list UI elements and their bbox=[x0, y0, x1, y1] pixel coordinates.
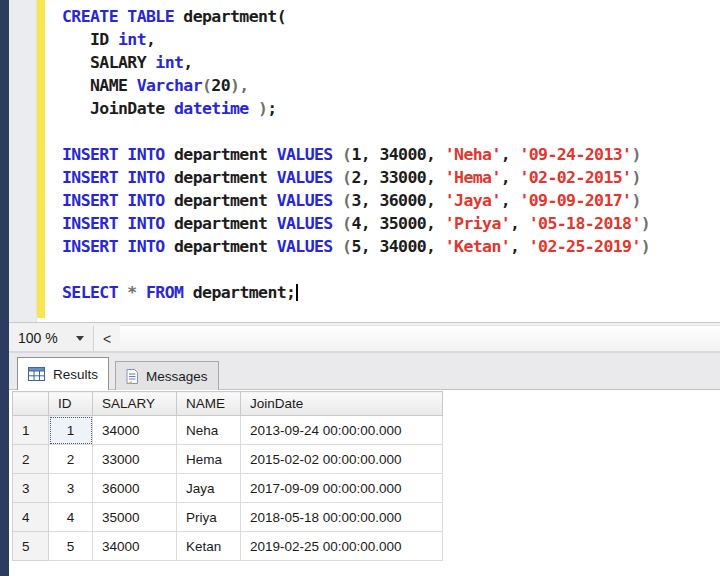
results-grid: ID SALARY NAME JoinDate 1134000Neha2013-… bbox=[12, 391, 443, 561]
hscroll-track[interactable] bbox=[120, 325, 720, 352]
grid-row: 3336000Jaya2017-09-09 00:00:00.000 bbox=[13, 474, 443, 503]
tab-results-label: Results bbox=[53, 367, 98, 382]
grid-row: 5534000Ketan2019-02-25 00:00:00.000 bbox=[13, 532, 443, 561]
code-line[interactable]: JoinDate datetime ); bbox=[62, 97, 720, 120]
column-header-salary[interactable]: SALARY bbox=[93, 392, 177, 416]
zoom-dropdown[interactable]: 100 % bbox=[9, 323, 93, 353]
grid-cell[interactable]: 34000 bbox=[93, 416, 177, 445]
grid-row: 2233000Hema2015-02-02 00:00:00.000 bbox=[13, 445, 443, 474]
code-line[interactable]: INSERT INTO department VALUES (5, 34000,… bbox=[62, 235, 720, 258]
results-tab-strip: Results Messages bbox=[9, 353, 720, 390]
code-line[interactable]: INSERT INTO department VALUES (1, 34000,… bbox=[62, 143, 720, 166]
results-grid-icon bbox=[28, 367, 45, 381]
grid-cell[interactable]: 3 bbox=[49, 474, 93, 503]
code-line[interactable]: CREATE TABLE department( bbox=[62, 5, 720, 28]
tab-results[interactable]: Results bbox=[17, 357, 109, 390]
chevron-down-icon bbox=[76, 336, 84, 341]
grid-row-header[interactable]: 5 bbox=[13, 532, 49, 561]
results-pane: Results Messages ID SALARY bbox=[9, 353, 720, 576]
grid-cell[interactable]: 2019-02-25 00:00:00.000 bbox=[241, 532, 443, 561]
grid-cell[interactable]: Neha bbox=[177, 416, 241, 445]
grid-cell[interactable]: 2015-02-02 00:00:00.000 bbox=[241, 445, 443, 474]
messages-icon bbox=[126, 369, 138, 384]
grid-cell[interactable]: 5 bbox=[49, 532, 93, 561]
code-line[interactable]: INSERT INTO department VALUES (2, 33000,… bbox=[62, 166, 720, 189]
code-line[interactable]: NAME Varchar(20), bbox=[62, 74, 720, 97]
grid-cell[interactable]: Ketan bbox=[177, 532, 241, 561]
grid-cell[interactable]: 2017-09-09 00:00:00.000 bbox=[241, 474, 443, 503]
grid-row-header[interactable]: 3 bbox=[13, 474, 49, 503]
results-grid-body: 1134000Neha2013-09-24 00:00:00.000223300… bbox=[13, 416, 443, 561]
grid-cell[interactable]: 4 bbox=[49, 503, 93, 532]
grid-corner-header[interactable] bbox=[13, 392, 49, 416]
grid-cell[interactable]: 1 bbox=[49, 416, 93, 445]
code-line[interactable]: ID int, bbox=[62, 28, 720, 51]
grid-cell[interactable]: 2 bbox=[49, 445, 93, 474]
grid-row-header[interactable]: 4 bbox=[13, 503, 49, 532]
code-line[interactable]: SALARY int, bbox=[62, 51, 720, 74]
grid-cell[interactable]: Priya bbox=[177, 503, 241, 532]
grid-cell[interactable]: 33000 bbox=[93, 445, 177, 474]
tab-messages-label: Messages bbox=[146, 369, 208, 384]
track-changes-bar bbox=[37, 0, 45, 318]
code-line[interactable]: INSERT INTO department VALUES (3, 36000,… bbox=[62, 189, 720, 212]
code-lines[interactable]: CREATE TABLE department( ID int, SALARY … bbox=[62, 5, 720, 304]
code-line[interactable] bbox=[62, 120, 720, 143]
grid-cell[interactable]: 35000 bbox=[93, 503, 177, 532]
code-line[interactable]: SELECT * FROM department; bbox=[62, 281, 720, 304]
editor-selection-margin[interactable] bbox=[9, 0, 37, 322]
editor-bottom-bar: 100 % < bbox=[9, 322, 720, 353]
grid-cell[interactable]: Jaya bbox=[177, 474, 241, 503]
grid-cell[interactable]: 2013-09-24 00:00:00.000 bbox=[241, 416, 443, 445]
grid-row: 1134000Neha2013-09-24 00:00:00.000 bbox=[13, 416, 443, 445]
code-line[interactable]: INSERT INTO department VALUES (4, 35000,… bbox=[62, 212, 720, 235]
chevron-left-icon: < bbox=[103, 331, 111, 347]
column-header-id[interactable]: ID bbox=[49, 392, 93, 416]
zoom-level-value: 100 % bbox=[9, 330, 58, 346]
grid-header-row: ID SALARY NAME JoinDate bbox=[13, 392, 443, 416]
hscroll-left-button[interactable]: < bbox=[93, 326, 120, 351]
sql-editor[interactable]: CREATE TABLE department( ID int, SALARY … bbox=[9, 0, 720, 322]
grid-cell[interactable]: 2018-05-18 00:00:00.000 bbox=[241, 503, 443, 532]
grid-row: 4435000Priya2018-05-18 00:00:00.000 bbox=[13, 503, 443, 532]
column-header-name[interactable]: NAME bbox=[177, 392, 241, 416]
column-header-joindate[interactable]: JoinDate bbox=[241, 392, 443, 416]
window-edge-strip bbox=[0, 0, 9, 576]
text-cursor bbox=[296, 284, 298, 301]
code-line[interactable] bbox=[62, 258, 720, 281]
grid-row-header[interactable]: 1 bbox=[13, 416, 49, 445]
grid-row-header[interactable]: 2 bbox=[13, 445, 49, 474]
grid-cell[interactable]: 36000 bbox=[93, 474, 177, 503]
grid-cell[interactable]: Hema bbox=[177, 445, 241, 474]
grid-cell[interactable]: 34000 bbox=[93, 532, 177, 561]
tab-messages[interactable]: Messages bbox=[115, 361, 219, 390]
